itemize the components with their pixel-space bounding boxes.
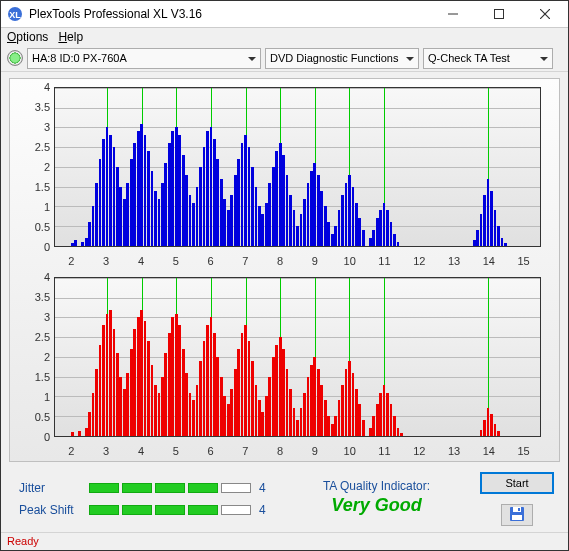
x-tick-label: 14: [483, 445, 495, 457]
x-tick-label: 13: [448, 445, 460, 457]
segment: [221, 483, 251, 493]
disc-icon: [7, 50, 23, 66]
menu-bar: Options Help: [1, 28, 568, 46]
segment: [122, 505, 152, 515]
y-tick-label: 2: [12, 161, 50, 173]
y-tick-label: 3.5: [12, 291, 50, 303]
metrics: Jitter 4 Peak Shift 4: [11, 477, 273, 517]
drive-select-value: HA:8 ID:0 PX-760A: [32, 52, 127, 64]
x-tick-label: 15: [517, 255, 529, 267]
chart-container: 00.511.522.533.5423456789101112131415 00…: [9, 78, 560, 462]
x-tick-label: 7: [242, 445, 248, 457]
segment: [188, 483, 218, 493]
test-select[interactable]: Q-Check TA Test: [423, 48, 553, 69]
segment: [89, 483, 119, 493]
start-button-label: Start: [505, 477, 528, 489]
y-tick-label: 0: [12, 241, 50, 253]
window-title: PlexTools Professional XL V3.16: [29, 7, 430, 21]
x-tick-label: 12: [413, 255, 425, 267]
minimize-button[interactable]: [430, 1, 476, 27]
svg-rect-9: [518, 508, 520, 511]
x-tick-label: 9: [312, 255, 318, 267]
function-select-value: DVD Diagnostic Functions: [270, 52, 398, 64]
title-bar: XL PlexTools Professional XL V3.16: [1, 1, 568, 28]
save-button[interactable]: [501, 504, 533, 526]
window-controls: [430, 1, 568, 27]
segment: [89, 505, 119, 515]
svg-text:XL: XL: [9, 10, 21, 20]
status-text: Ready: [7, 535, 39, 547]
segment: [155, 483, 185, 493]
y-tick-label: 2.5: [12, 141, 50, 153]
x-tick-label: 6: [207, 445, 213, 457]
peak-shift-segments: [89, 505, 251, 515]
peak-shift-label: Peak Shift: [19, 503, 81, 517]
jitter-value: 4: [259, 481, 273, 495]
main-panel: 00.511.522.533.5423456789101112131415 00…: [1, 72, 568, 532]
x-tick-label: 11: [378, 445, 390, 457]
y-tick-label: 4: [12, 81, 50, 93]
x-tick-label: 7: [242, 255, 248, 267]
x-tick-label: 9: [312, 445, 318, 457]
segment: [188, 505, 218, 515]
jitter-segments: [89, 483, 251, 493]
x-tick-label: 13: [448, 255, 460, 267]
menu-options[interactable]: Options: [7, 30, 48, 44]
x-tick-label: 10: [344, 255, 356, 267]
x-tick-label: 4: [138, 255, 144, 267]
toolbar: HA:8 ID:0 PX-760A DVD Diagnostic Functio…: [1, 46, 568, 72]
test-select-value: Q-Check TA Test: [428, 52, 510, 64]
x-tick-label: 8: [277, 445, 283, 457]
y-tick-label: 0.5: [12, 221, 50, 233]
action-buttons: Start: [480, 468, 558, 526]
segment: [155, 505, 185, 515]
quality-indicator: TA Quality Indicator: Very Good: [281, 477, 472, 516]
segment: [221, 505, 251, 515]
svg-rect-3: [495, 10, 504, 19]
quality-value: Very Good: [331, 495, 421, 516]
x-tick-label: 3: [103, 445, 109, 457]
y-tick-label: 2.5: [12, 331, 50, 343]
x-tick-label: 11: [378, 255, 390, 267]
chart-top: 00.511.522.533.5423456789101112131415: [12, 83, 553, 267]
y-tick-label: 4: [12, 271, 50, 283]
y-tick-label: 1: [12, 391, 50, 403]
quality-label: TA Quality Indicator:: [323, 479, 430, 493]
x-tick-label: 6: [207, 255, 213, 267]
peak-shift-row: Peak Shift 4: [19, 503, 273, 517]
svg-rect-7: [512, 515, 522, 520]
plot-area-top: [54, 87, 541, 247]
y-tick-label: 3: [12, 121, 50, 133]
x-tick-label: 5: [173, 255, 179, 267]
jitter-row: Jitter 4: [19, 481, 273, 495]
x-tick-label: 5: [173, 445, 179, 457]
bottom-panel: Jitter 4 Peak Shift 4 TA Quality Indicat…: [9, 462, 560, 528]
function-select[interactable]: DVD Diagnostic Functions: [265, 48, 419, 69]
y-tick-label: 0.5: [12, 411, 50, 423]
start-button[interactable]: Start: [480, 472, 554, 494]
drive-select[interactable]: HA:8 ID:0 PX-760A: [27, 48, 261, 69]
x-tick-label: 3: [103, 255, 109, 267]
x-tick-label: 10: [344, 445, 356, 457]
floppy-icon: [509, 506, 525, 524]
y-tick-label: 1: [12, 201, 50, 213]
segment: [122, 483, 152, 493]
y-tick-label: 3.5: [12, 101, 50, 113]
app-icon: XL: [7, 6, 23, 22]
jitter-label: Jitter: [19, 481, 81, 495]
plot-area-bottom: [54, 277, 541, 437]
y-tick-label: 1.5: [12, 371, 50, 383]
x-tick-label: 2: [68, 445, 74, 457]
chart-bottom: 00.511.522.533.5423456789101112131415: [12, 273, 553, 457]
x-tick-label: 8: [277, 255, 283, 267]
y-tick-label: 3: [12, 311, 50, 323]
y-tick-label: 0: [12, 431, 50, 443]
y-tick-label: 1.5: [12, 181, 50, 193]
y-tick-label: 2: [12, 351, 50, 363]
status-bar: Ready: [1, 532, 568, 550]
x-tick-label: 15: [517, 445, 529, 457]
close-button[interactable]: [522, 1, 568, 27]
x-tick-label: 12: [413, 445, 425, 457]
menu-help[interactable]: Help: [58, 30, 83, 44]
maximize-button[interactable]: [476, 1, 522, 27]
